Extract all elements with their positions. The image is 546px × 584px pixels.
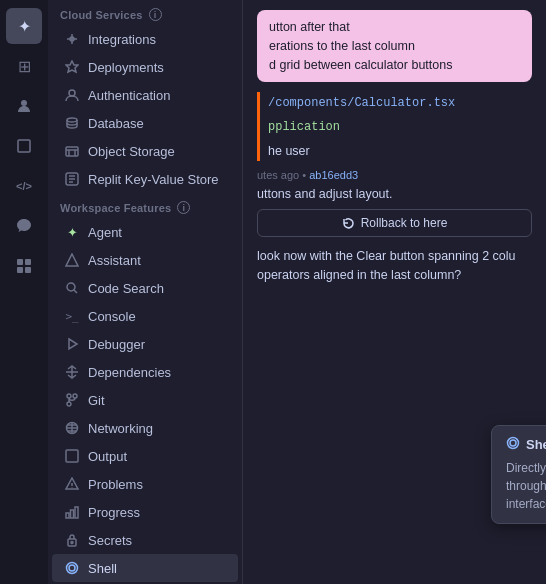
svg-point-15: [73, 394, 77, 398]
debugger-icon: [64, 336, 80, 352]
sidebar-item-debugger[interactable]: Debugger: [52, 330, 238, 358]
console-icon: >_: [64, 308, 80, 324]
icon-bar: ✦ ⊞ </>: [0, 0, 48, 584]
svg-rect-19: [66, 513, 69, 518]
workspace-features-info-icon[interactable]: i: [177, 201, 190, 214]
rollback-button[interactable]: Rollback to here: [257, 209, 532, 237]
ai-text: he user: [268, 142, 532, 161]
code-text: pplication: [268, 120, 532, 134]
layers-icon-btn[interactable]: [6, 128, 42, 164]
sidebar-item-replit-kv[interactable]: Replit Key-Value Store: [52, 165, 238, 193]
svg-point-23: [71, 542, 73, 544]
svg-rect-4: [17, 267, 23, 273]
database-label: Database: [88, 116, 226, 131]
sidebar-item-output[interactable]: Output: [52, 442, 238, 470]
problems-label: Problems: [88, 477, 226, 492]
sidebar-item-code-search[interactable]: Code Search: [52, 274, 238, 302]
chat-line-1: utton after that: [269, 18, 520, 37]
shell-label: Shell: [88, 561, 226, 576]
svg-rect-1: [18, 140, 30, 152]
sidebar-item-integrations[interactable]: Integrations: [52, 25, 238, 53]
svg-point-7: [69, 90, 75, 96]
cloud-services-label: Cloud Services: [60, 9, 143, 21]
output-icon: [64, 448, 80, 464]
user-question-line1: look now with the Clear button spanning …: [257, 249, 516, 263]
assistant-label: Assistant: [88, 253, 226, 268]
dependencies-icon: [64, 364, 80, 380]
sidebar-item-shell[interactable]: Shell: [52, 554, 238, 582]
sidebar-item-networking[interactable]: Networking: [52, 414, 238, 442]
sidebar-item-assistant[interactable]: Assistant: [52, 246, 238, 274]
main-content: utton after that erations to the last co…: [243, 0, 546, 584]
sidebar-item-database[interactable]: Database: [52, 109, 238, 137]
file-ref-section: /components/Calculator.tsx pplication he…: [257, 92, 532, 161]
svg-marker-11: [66, 254, 78, 266]
console-label: Console: [88, 309, 226, 324]
sidebar-item-console[interactable]: >_ Console: [52, 302, 238, 330]
sidebar-item-dependencies[interactable]: Dependencies: [52, 358, 238, 386]
sidebar-item-authentication[interactable]: Authentication: [52, 81, 238, 109]
integrations-label: Integrations: [88, 32, 226, 47]
sidebar-item-problems[interactable]: Problems: [52, 470, 238, 498]
shell-icon: [64, 560, 80, 576]
user-question-line2: operators aligned in the last column?: [257, 268, 461, 282]
replit-icon-btn[interactable]: ✦: [6, 8, 42, 44]
sidebar-item-progress[interactable]: Progress: [52, 498, 238, 526]
svg-point-12: [67, 283, 75, 291]
rollback-icon: [342, 217, 355, 230]
sidebar-item-deployments[interactable]: Deployments: [52, 53, 238, 81]
agent-label: Agent: [88, 225, 226, 240]
code-search-label: Code Search: [88, 281, 226, 296]
networking-label: Networking: [88, 421, 226, 436]
svg-point-0: [21, 100, 27, 106]
svg-rect-18: [66, 450, 78, 462]
svg-point-24: [67, 563, 78, 574]
deployments-label: Deployments: [88, 60, 226, 75]
blocks-icon-btn[interactable]: [6, 248, 42, 284]
sidebar-item-agent[interactable]: ✦ Agent: [52, 218, 238, 246]
authentication-icon: [64, 87, 80, 103]
sidebar-item-secrets[interactable]: Secrets: [52, 526, 238, 554]
sidebar-item-git[interactable]: Git: [52, 386, 238, 414]
commit-time: utes ago: [257, 169, 299, 181]
svg-rect-2: [17, 259, 23, 265]
file-ref: /components/Calculator.tsx: [268, 92, 532, 114]
git-icon: [64, 392, 80, 408]
chat-icon-btn[interactable]: [6, 208, 42, 244]
person-icon-btn[interactable]: [6, 88, 42, 124]
secrets-label: Secrets: [88, 533, 226, 548]
sidebar-item-object-storage[interactable]: Object Storage: [52, 137, 238, 165]
code-icon-btn[interactable]: </>: [6, 168, 42, 204]
debugger-label: Debugger: [88, 337, 226, 352]
grid-icon-btn[interactable]: ⊞: [6, 48, 42, 84]
rollback-label: Rollback to here: [361, 216, 448, 230]
tooltip-body: Directly access your Repl through a comm…: [506, 459, 546, 513]
integrations-icon: [64, 31, 80, 47]
progress-label: Progress: [88, 505, 226, 520]
tooltip-title-text: Shell: [526, 437, 546, 452]
svg-point-29: [508, 438, 519, 449]
svg-point-16: [67, 402, 71, 406]
commit-info: utes ago • ab16edd3: [257, 169, 532, 181]
cloud-services-header: Cloud Services i: [48, 0, 242, 25]
dependencies-label: Dependencies: [88, 365, 226, 380]
tooltip-shell-icon: [506, 436, 520, 453]
shell-tooltip: Shell Directly access your Repl through …: [491, 425, 546, 524]
chat-line-2: erations to the last column: [269, 37, 520, 56]
agent-icon: ✦: [64, 224, 80, 240]
user-question: look now with the Clear button spanning …: [257, 247, 532, 285]
svg-rect-3: [25, 259, 31, 265]
sidebar: Cloud Services i Integrations Deployment…: [48, 0, 243, 584]
workspace-features-header: Workspace Features i: [48, 193, 242, 218]
database-icon: [64, 115, 80, 131]
workspace-features-label: Workspace Features: [60, 202, 171, 214]
networking-icon: [64, 420, 80, 436]
chat-bubble: utton after that erations to the last co…: [257, 10, 532, 82]
cloud-services-info-icon[interactable]: i: [149, 8, 162, 21]
authentication-label: Authentication: [88, 88, 226, 103]
tooltip-title: Shell: [506, 436, 546, 453]
commit-message: uttons and adjust layout.: [257, 187, 532, 201]
commit-hash: ab16edd3: [309, 169, 358, 181]
object-storage-label: Object Storage: [88, 144, 226, 159]
replit-kv-label: Replit Key-Value Store: [88, 172, 226, 187]
